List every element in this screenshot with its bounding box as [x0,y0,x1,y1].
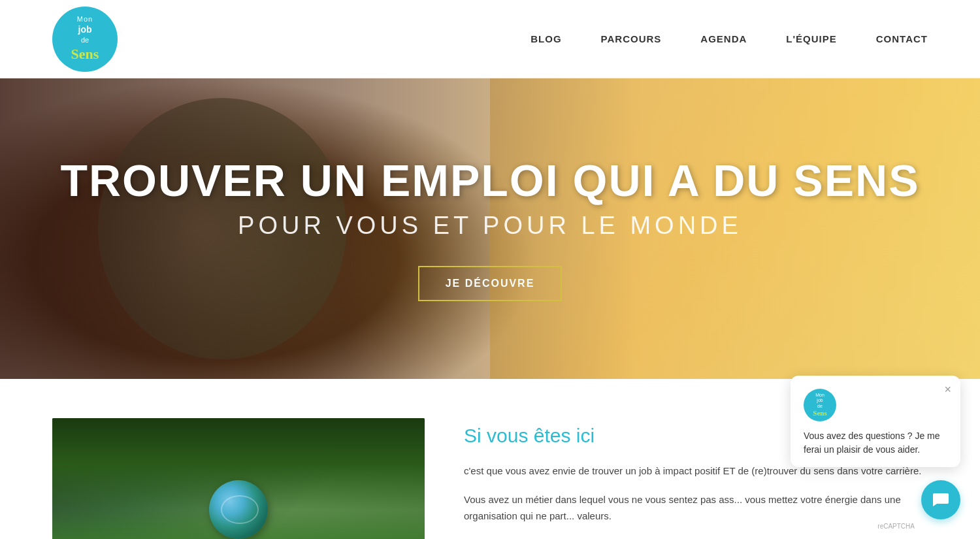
content-paragraph2: Vous avez un métier dans lequel vous ne … [464,491,928,525]
nav-agenda[interactable]: AGENDA [700,33,747,44]
chat-avatar-mon: Mon [815,393,825,398]
content-mission-line: CETTE QUÊTE DE SENS RESSEMBLE PARFOIS À … [464,536,928,540]
hero-section: TROUVER UN EMPLOI QUI A DU SENS POUR VOU… [0,78,980,379]
chat-avatar-job: job [817,398,823,403]
hero-content: TROUVER UN EMPLOI QUI A DU SENS POUR VOU… [34,156,945,301]
nav-parcours[interactable]: PARCOURS [601,33,662,44]
chat-message-text: Vous avez des questions ? Je me ferai un… [804,429,947,457]
chat-popup-header: Mon job de Sens [804,389,947,421]
logo-de-text: de [81,35,89,44]
main-nav: BLOG PARCOURS AGENDA L'ÉQUIPE CONTACT [531,33,928,44]
content-image [52,418,425,539]
hero-cta-button[interactable]: JE DÉCOUVRE [418,266,563,301]
nav-lequipe[interactable]: L'ÉQUIPE [786,33,836,44]
logo-mon-text: Mon [77,14,93,24]
site-logo[interactable]: Mon job de Sens [52,7,118,72]
chat-avatar-sens: Sens [813,409,826,417]
nav-contact[interactable]: CONTACT [876,33,928,44]
chat-avatar: Mon job de Sens [804,389,836,421]
logo-job-text: job [78,24,92,35]
globe-ball-image [209,480,268,539]
chat-bubble-button[interactable] [921,480,960,519]
chat-close-button[interactable]: × [944,384,951,395]
chat-popup: × Mon job de Sens Vous avez des question… [791,376,960,467]
recaptcha-badge: reCAPTCHA [877,523,915,530]
nav-blog[interactable]: BLOG [531,33,561,44]
chat-widget: × Mon job de Sens Vous avez des question… [921,480,960,519]
site-header: Mon job de Sens BLOG PARCOURS AGENDA L'É… [0,0,980,78]
logo-sens-text: Sens [71,45,99,64]
hero-subtitle: POUR VOUS ET POUR LE MONDE [60,212,919,240]
chat-avatar-de: de [817,404,823,409]
hero-title: TROUVER UN EMPLOI QUI A DU SENS [60,156,919,205]
